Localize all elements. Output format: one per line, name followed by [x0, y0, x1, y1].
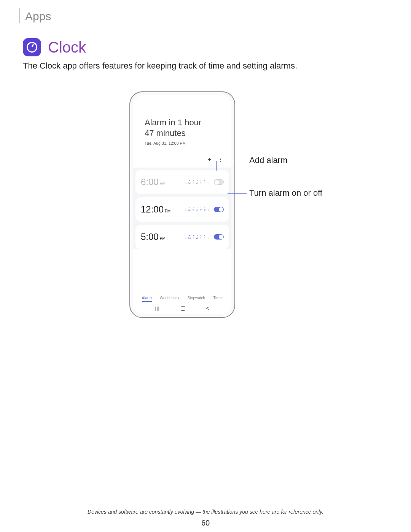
tab-alarm[interactable]: Alarm — [142, 296, 152, 302]
app-title-row: Clock — [23, 38, 86, 56]
alarm-row[interactable]: 12:00 PM S M T W T F S — [135, 197, 229, 222]
alarm-row[interactable]: 5:00 PM S M T W T F S — [135, 225, 229, 249]
callout-line — [216, 161, 247, 161]
page-number: 60 — [0, 519, 411, 527]
section-header: Apps — [19, 8, 51, 23]
alarm-toggle[interactable] — [214, 179, 224, 185]
callout-line — [216, 161, 217, 171]
clock-app-icon — [23, 38, 41, 56]
alarm-right: S M T W T F S — [184, 207, 224, 212]
nav-home-icon[interactable] — [181, 306, 185, 311]
more-options-button[interactable]: ⋮ — [218, 157, 223, 162]
footer-note: Devices and software are constantly evol… — [0, 509, 411, 515]
hero-datetime: Tue, Aug 31, 12:00 PM — [145, 141, 220, 145]
alarm-toggle[interactable] — [214, 234, 224, 240]
alarm-hero: Alarm in 1 hour 47 minutes Tue, Aug 31, … — [133, 95, 231, 153]
alarm-list: 6:00 AM S M T W T F S — [133, 168, 231, 249]
app-title: Clock — [48, 39, 86, 56]
alarm-days: S M T W T F S — [184, 208, 210, 212]
alarm-days: S M T W T F S — [184, 180, 210, 184]
alarm-right: S M T W T F S — [184, 234, 224, 240]
tab-world-clock[interactable]: World clock — [160, 296, 180, 302]
phone-frame: Alarm in 1 hour 47 minutes Tue, Aug 31, … — [129, 91, 235, 318]
callout-line — [228, 193, 247, 194]
callout-add-alarm: Add alarm — [249, 155, 287, 165]
section-header-text: Apps — [25, 10, 51, 23]
alarm-row[interactable]: 6:00 AM S M T W T F S — [135, 170, 229, 194]
callout-toggle-alarm: Turn alarm on or off — [249, 188, 322, 198]
hero-line-2: 47 minutes — [145, 128, 220, 139]
nav-recents-icon[interactable]: ||| — [155, 306, 159, 311]
alarm-right: S M T W T F S — [184, 179, 224, 185]
alarm-time: 5:00 PM — [141, 232, 166, 242]
alarm-toggle[interactable] — [214, 207, 224, 212]
hero-line-1: Alarm in 1 hour — [145, 117, 220, 128]
alarm-time: 12:00 PM — [141, 204, 170, 215]
alarm-time: 6:00 AM — [141, 177, 166, 187]
alarm-days: S M T W T F S — [184, 235, 210, 239]
clock-tabbar: Alarm World clock Stopwatch Timer — [133, 296, 231, 302]
app-description: The Clock app offers features for keepin… — [23, 61, 297, 71]
tab-timer[interactable]: Timer — [213, 296, 223, 302]
nav-back-icon[interactable]: < — [206, 305, 209, 312]
alarm-toolbar: + ⋮ — [133, 153, 231, 168]
tab-stopwatch[interactable]: Stopwatch — [187, 296, 205, 302]
system-navbar: ||| < — [133, 305, 231, 312]
add-alarm-button[interactable]: + — [207, 156, 212, 163]
phone-screen: Alarm in 1 hour 47 minutes Tue, Aug 31, … — [133, 95, 231, 314]
